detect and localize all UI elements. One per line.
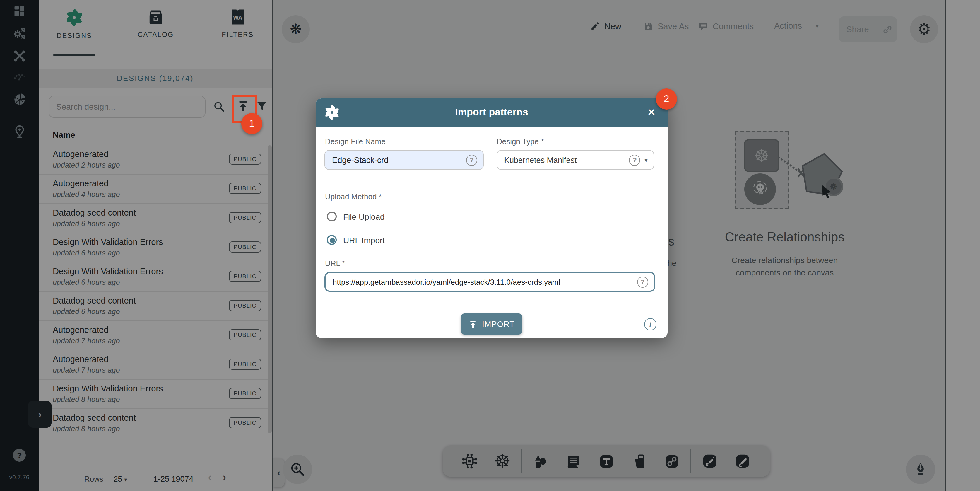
modal-title: Import patterns	[316, 99, 668, 127]
import-label: IMPORT	[482, 320, 515, 328]
url-value: https://app.getambassador.io/yaml/edge-s…	[332, 277, 637, 286]
upload-method-label: Upload Method *	[325, 192, 382, 201]
url-import-label: URL Import	[343, 235, 385, 245]
meshery-app: › ? v0.7.76 DESIGNS CATALOG	[0, 0, 980, 491]
help-icon[interactable]: ?	[466, 155, 477, 166]
help-icon[interactable]: ?	[637, 276, 648, 287]
help-icon[interactable]: ?	[629, 155, 640, 166]
import-patterns-modal: Import patterns ✕ Design File Name Edge-…	[316, 99, 668, 338]
url-import-radio[interactable]: URL Import	[327, 235, 385, 245]
upload-icon	[468, 320, 477, 328]
import-button[interactable]: IMPORT	[461, 314, 522, 335]
design-type-select[interactable]: Kubernetes Manifest ? ▾	[496, 150, 654, 170]
file-upload-label: File Upload	[343, 212, 385, 221]
design-file-name-value: Edge-Stack-crd	[332, 155, 466, 165]
url-field[interactable]: https://app.getambassador.io/yaml/edge-s…	[325, 272, 655, 292]
radio-unselected-icon[interactable]	[327, 212, 337, 222]
step2-badge: 2	[656, 88, 677, 110]
info-icon[interactable]: i	[644, 318, 657, 330]
url-label: URL *	[325, 259, 345, 268]
step1-badge: 1	[241, 113, 262, 134]
radio-selected-icon[interactable]	[327, 235, 337, 245]
caret-down-icon: ▾	[644, 156, 648, 164]
file-upload-radio[interactable]: File Upload	[327, 212, 385, 222]
design-type-value: Kubernetes Manifest	[504, 156, 629, 164]
design-type-label: Design Type *	[496, 137, 544, 146]
close-icon[interactable]: ✕	[647, 106, 656, 119]
design-file-name-field[interactable]: Edge-Stack-crd ?	[325, 150, 484, 170]
design-file-name-label: Design File Name	[325, 137, 386, 146]
